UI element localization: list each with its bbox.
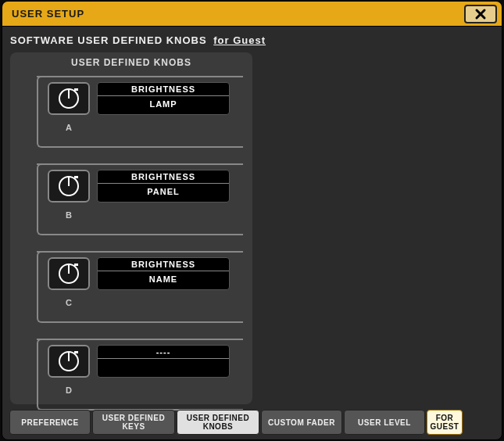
knob-c-display[interactable]: BRIGHTNESS NAME (97, 257, 230, 290)
close-button[interactable] (464, 5, 497, 23)
window-title: USER SETUP (12, 8, 84, 20)
tab-user-defined-keys[interactable]: USER DEFINED KEYS (92, 410, 175, 435)
subtitle-main: SOFTWARE USER DEFINED KNOBS (10, 34, 207, 46)
knob-a-display[interactable]: BRIGHTNESS LAMP (97, 82, 230, 115)
tab-preference[interactable]: PREFERENCE (9, 410, 91, 435)
knob-c-button[interactable] (48, 257, 90, 290)
svg-rect-7 (74, 176, 78, 178)
knob-d-display[interactable]: ---- (97, 345, 230, 378)
knob-d-line2 (98, 359, 229, 377)
svg-rect-13 (74, 351, 78, 353)
knob-icon (57, 87, 80, 110)
knob-c-line1: BRIGHTNESS (98, 258, 229, 271)
subtitle-suffix[interactable]: for Guest (213, 34, 266, 46)
knob-b-display[interactable]: BRIGHTNESS PANEL (97, 170, 230, 203)
knob-a-letter: A (48, 123, 90, 132)
knob-icon (57, 350, 80, 373)
knob-row-a: A BRIGHTNESS LAMP (20, 74, 243, 152)
knobs-panel: USER DEFINED KNOBS A BRIGHTNESS LAMP (10, 52, 252, 404)
svg-rect-4 (74, 88, 78, 91)
knob-d-button[interactable] (48, 345, 90, 378)
knob-c-letter: C (48, 298, 90, 307)
user-setup-window: USER SETUP SOFTWARE USER DEFINED KNOBS f… (2, 1, 502, 440)
knob-icon (57, 262, 80, 285)
knob-row-c: C BRIGHTNESS NAME (20, 249, 243, 328)
knob-b-line2: PANEL (98, 184, 229, 202)
knob-a-line1: BRIGHTNESS (98, 83, 229, 95)
svg-rect-10 (74, 264, 78, 266)
panel-title: USER DEFINED KNOBS (20, 57, 243, 68)
knob-a-line2: LAMP (98, 96, 229, 114)
knob-b-button[interactable] (48, 170, 90, 203)
close-icon (474, 8, 487, 20)
tab-user-level[interactable]: USER LEVEL (344, 410, 425, 435)
knob-a-button[interactable] (48, 82, 90, 115)
knob-d-letter: D (48, 385, 90, 395)
tab-custom-fader[interactable]: CUSTOM FADER (261, 410, 342, 435)
knob-b-letter: B (48, 210, 90, 220)
knob-b-line1: BRIGHTNESS (98, 170, 229, 183)
titlebar: USER SETUP (2, 2, 502, 27)
knob-row-b: B BRIGHTNESS PANEL (20, 162, 243, 240)
tab-user-defined-knobs[interactable]: USER DEFINED KNOBS (177, 410, 259, 435)
tab-bar: PREFERENCE USER DEFINED KEYS USER DEFINE… (9, 410, 499, 435)
knob-row-d: D ---- (20, 337, 243, 415)
knob-d-line1: ---- (98, 346, 229, 358)
tab-for-guest[interactable]: FOR GUEST (427, 410, 463, 435)
knob-icon (57, 174, 80, 198)
knob-c-line2: NAME (98, 271, 229, 289)
page-subtitle: SOFTWARE USER DEFINED KNOBS for Guest (2, 27, 502, 52)
